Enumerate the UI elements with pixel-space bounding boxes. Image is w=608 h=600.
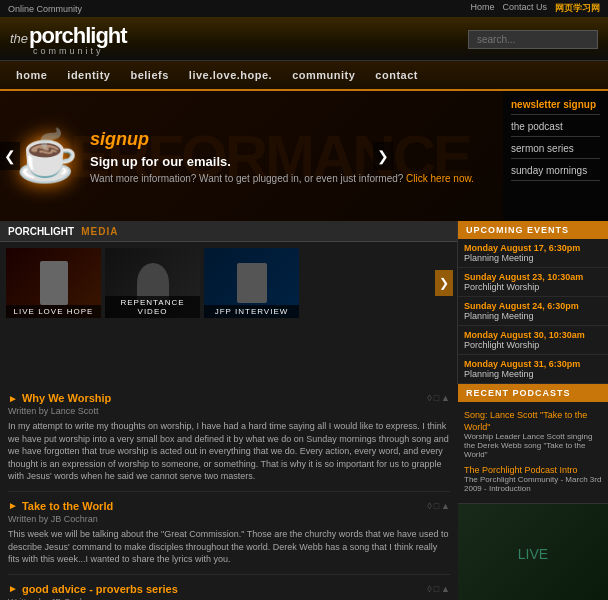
- signup-heading: Sign up for our emails.: [90, 154, 474, 169]
- below-slider: PORCHLIGHT MEDIA live love hope repentan…: [0, 221, 608, 384]
- signup-text: signup Sign up for our emails. Want more…: [90, 129, 474, 184]
- media-title: PORCHLIGHT: [8, 226, 74, 237]
- event-2: Sunday August 23, 10:30am Porchlight Wor…: [458, 268, 608, 297]
- blog-arrow-icon-3: ►: [8, 583, 18, 594]
- recent-podcasts-list: Song: Lance Scott "Take to the World" Wo…: [458, 402, 608, 504]
- event-1: Monday August 17, 6:30pm Planning Meetin…: [458, 239, 608, 268]
- slider-prev-button[interactable]: ❮: [0, 142, 20, 170]
- slider-nav-podcast[interactable]: the podcast: [511, 121, 600, 137]
- logo-the: the: [10, 31, 28, 46]
- podcast-item-2: The Porchlight Podcast Intro The Porchli…: [464, 463, 602, 493]
- comment-icon-3[interactable]: □: [434, 584, 439, 594]
- podcast-link-2[interactable]: The Porchlight Podcast Intro: [464, 465, 578, 475]
- media-header: PORCHLIGHT MEDIA: [0, 221, 457, 242]
- blog-image-1: LIVE: [458, 504, 608, 600]
- slider-content: PERFORMANCE ❮ ☕ signup Sign up for our e…: [0, 91, 503, 221]
- nav-home[interactable]: home: [6, 61, 57, 89]
- bookmark-icon-2[interactable]: ▲: [441, 501, 450, 511]
- slider-next-button[interactable]: ❯: [373, 142, 393, 170]
- podcast-link-1[interactable]: Song: Lance Scott "Take to the World": [464, 410, 587, 432]
- top-bar: Online Community Home Contact Us 网页学习网: [0, 0, 608, 17]
- content-row: ► Why We Worship ◊ □ ▲ Written by Lance …: [0, 384, 608, 600]
- slider-area: PERFORMANCE ❮ ☕ signup Sign up for our e…: [0, 91, 608, 221]
- right-sidebar: RECENT PODCASTS Song: Lance Scott "Take …: [458, 384, 608, 600]
- nav-contact[interactable]: contact: [365, 61, 428, 89]
- blog-title-1: Why We Worship: [22, 392, 111, 404]
- blog-body-2: This week we will be talking about the "…: [8, 528, 450, 566]
- media-thumbnails: live love hope repentance video JFP inte…: [0, 242, 457, 324]
- podcast-desc-1: Worship Leader Lance Scott singing the D…: [464, 432, 602, 459]
- signup-body: Want more information? Want to get plugg…: [90, 173, 474, 184]
- logo: the porchlight community: [10, 23, 127, 56]
- home-link[interactable]: Home: [470, 2, 494, 15]
- header: the porchlight community: [0, 17, 608, 61]
- blog-post-3-header: ► good advice - proverbs series ◊ □ ▲: [8, 583, 450, 595]
- main-nav: home identity beliefs live.love.hope. co…: [0, 61, 608, 91]
- nav-identity[interactable]: identity: [57, 61, 120, 89]
- blog-post-1-header: ► Why We Worship ◊ □ ▲: [8, 392, 450, 404]
- watermark: 网页学习网: [555, 2, 600, 15]
- comment-icon-2[interactable]: □: [434, 501, 439, 511]
- blog-title-2: Take to the World: [22, 500, 113, 512]
- slider-nav-sermon[interactable]: sermon series: [511, 143, 600, 159]
- event-3: Sunday August 24, 6:30pm Planning Meetin…: [458, 297, 608, 326]
- share-icon-3[interactable]: ◊: [427, 584, 431, 594]
- event-4: Monday August 30, 10:30am Porchlight Wor…: [458, 326, 608, 355]
- header-right: [468, 30, 598, 49]
- blog-arrow-icon-2: ►: [8, 500, 18, 511]
- share-icon-2[interactable]: ◊: [427, 501, 431, 511]
- upcoming-header: UPCOMING EVENTS: [458, 221, 608, 239]
- blog-arrow-icon-1: ►: [8, 393, 18, 404]
- blog-right-images: LIVE LOVE: [458, 504, 608, 600]
- contact-link[interactable]: Contact Us: [502, 2, 547, 15]
- nav-community[interactable]: community: [282, 61, 365, 89]
- signup-link[interactable]: Click here now.: [406, 173, 474, 184]
- signup-title: signup: [90, 129, 474, 150]
- media-thumb-3-label: JFP interview: [204, 305, 299, 318]
- media-next-button[interactable]: ❯: [435, 270, 453, 296]
- media-thumb-2-label: repentance video: [105, 296, 200, 318]
- media-thumb-1-label: live love hope: [6, 305, 101, 318]
- blog-post-3: ► good advice - proverbs series ◊ □ ▲ Wr…: [8, 583, 450, 600]
- blog-author-2: Written by JB Cochran: [8, 514, 450, 524]
- blog-section: ► Why We Worship ◊ □ ▲ Written by Lance …: [0, 384, 458, 600]
- media-section: PORCHLIGHT MEDIA live love hope repentan…: [0, 221, 458, 384]
- media-thumb-2[interactable]: repentance video: [105, 248, 200, 318]
- podcast-desc-2: The Porchlight Community - March 3rd 200…: [464, 475, 602, 493]
- search-input[interactable]: [468, 30, 598, 49]
- blog-title-3: good advice - proverbs series: [22, 583, 178, 595]
- blog-post-1: ► Why We Worship ◊ □ ▲ Written by Lance …: [8, 392, 450, 492]
- media-thumb-1[interactable]: live love hope: [6, 248, 101, 318]
- blog-author-1: Written by Lance Scott: [8, 406, 450, 416]
- slider-nav-sundays[interactable]: sunday mornings: [511, 165, 600, 181]
- blog-post-2: ► Take to the World ◊ □ ▲ Written by JB …: [8, 500, 450, 575]
- podcast-item-1: Song: Lance Scott "Take to the World" Wo…: [464, 408, 602, 459]
- nav-beliefs[interactable]: beliefs: [120, 61, 178, 89]
- logo-community: community: [10, 46, 127, 56]
- blog-body-1: In my attempt to write my thoughts on wo…: [8, 420, 450, 483]
- share-icon-1[interactable]: ◊: [427, 393, 431, 403]
- upcoming-section: UPCOMING EVENTS Monday August 17, 6:30pm…: [458, 221, 608, 384]
- signup-icon: ☕: [16, 127, 78, 185]
- slider-nav-panel: newsletter signup the podcast sermon ser…: [503, 91, 608, 221]
- recent-podcasts-header: RECENT PODCASTS: [458, 384, 608, 402]
- blog-post-2-header: ► Take to the World ◊ □ ▲: [8, 500, 450, 512]
- event-5: Monday August 31, 6:30pm Planning Meetin…: [458, 355, 608, 384]
- media-thumb-3[interactable]: JFP interview: [204, 248, 299, 318]
- bookmark-icon-3[interactable]: ▲: [441, 584, 450, 594]
- bookmark-icon-1[interactable]: ▲: [441, 393, 450, 403]
- slider-nav-newsletter[interactable]: newsletter signup: [511, 99, 600, 115]
- media-subtitle: MEDIA: [81, 226, 118, 237]
- comment-icon-1[interactable]: □: [434, 393, 439, 403]
- nav-live[interactable]: live.love.hope.: [179, 61, 282, 89]
- community-label: Online Community: [8, 4, 82, 14]
